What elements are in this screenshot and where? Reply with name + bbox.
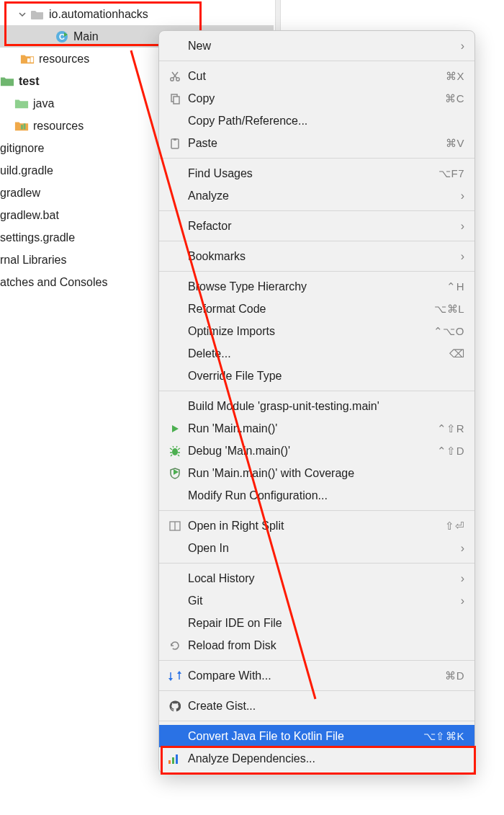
menu-cut[interactable]: Cut ⌘X: [159, 65, 474, 87]
submenu-arrow-icon: ›: [461, 190, 464, 202]
menu-delete[interactable]: Delete... ⌫: [159, 342, 474, 365]
menu-copypath[interactable]: Copy Path/Reference...: [159, 110, 474, 132]
menu-separator: [159, 690, 474, 691]
tree-label: io.automationhacks: [49, 8, 274, 21]
copy-icon: [166, 93, 184, 104]
svg-text:C: C: [59, 32, 65, 41]
chevron-down-icon[interactable]: [17, 9, 27, 19]
paste-icon: [166, 138, 184, 149]
context-menu: New › Cut ⌘X Copy ⌘C Copy Path/Reference…: [158, 30, 475, 774]
coverage-icon: [166, 468, 184, 479]
menu-run[interactable]: Run 'Main.main()' ⌃⇧R: [159, 417, 474, 440]
menu-optimize[interactable]: Optimize Imports ⌃⌥O: [159, 320, 474, 342]
menu-findusages[interactable]: Find Usages ⌥F7: [159, 162, 474, 184]
menu-gist[interactable]: Create Gist...: [159, 695, 474, 717]
menu-refactor[interactable]: Refactor ›: [159, 215, 474, 237]
menu-separator: [159, 158, 474, 159]
resources-folder-icon: [20, 52, 35, 66]
github-icon: [166, 700, 184, 712]
menu-reload[interactable]: Reload from Disk: [159, 634, 474, 656]
svg-rect-2: [27, 58, 30, 62]
menu-reformat[interactable]: Reformat Code ⌥⌘L: [159, 298, 474, 320]
svg-rect-4: [21, 125, 23, 129]
menu-separator: [159, 61, 474, 61]
folder-icon: [30, 7, 45, 22]
submenu-arrow-icon: ›: [461, 542, 464, 555]
menu-git[interactable]: Git ›: [159, 589, 474, 612]
svg-rect-3: [31, 57, 34, 62]
svg-rect-5: [24, 123, 26, 129]
menu-override[interactable]: Override File Type: [159, 365, 474, 387]
menu-localhist[interactable]: Local History ›: [159, 567, 474, 589]
menu-separator: [159, 721, 474, 721]
svg-rect-19: [176, 754, 178, 764]
compare-icon: [166, 671, 184, 681]
menu-copy[interactable]: Copy ⌘C: [159, 87, 474, 110]
submenu-arrow-icon: ›: [461, 250, 464, 263]
tree-pkg[interactable]: io.automationhacks: [0, 3, 274, 25]
menu-separator: [159, 391, 474, 391]
menu-modifyrun[interactable]: Modify Run Configuration...: [159, 484, 474, 507]
menu-coverage[interactable]: Run 'Main.main()' with Coverage: [159, 462, 474, 484]
test-src-folder-icon: [14, 97, 29, 111]
menu-separator: [159, 563, 474, 564]
menu-analyzedeps[interactable]: Analyze Dependencies...: [159, 747, 474, 770]
menu-browseth[interactable]: Browse Type Hierarchy ⌃H: [159, 275, 474, 298]
split-icon: [166, 521, 184, 531]
submenu-arrow-icon: ›: [461, 594, 464, 607]
reload-icon: [166, 640, 184, 651]
menu-new[interactable]: New ›: [159, 35, 474, 57]
svg-rect-9: [174, 97, 179, 104]
menu-separator: [159, 510, 474, 511]
svg-rect-17: [168, 760, 171, 764]
submenu-arrow-icon: ›: [461, 40, 464, 53]
menu-opensplit[interactable]: Open in Right Split ⇧⏎: [159, 515, 474, 537]
menu-build[interactable]: Build Module 'grasp-unit-testing.main': [159, 395, 474, 417]
submenu-arrow-icon: ›: [461, 572, 464, 585]
test-resources-folder-icon: [14, 119, 29, 133]
submenu-arrow-icon: ›: [461, 220, 464, 233]
menu-debug[interactable]: Debug 'Main.main()' ⌃⇧D: [159, 440, 474, 462]
test-folder-icon: [0, 74, 14, 89]
menu-compare[interactable]: Compare With... ⌘D: [159, 664, 474, 687]
menu-separator: [159, 210, 474, 211]
class-icon: C: [55, 30, 69, 44]
cut-icon: [166, 71, 184, 82]
svg-rect-18: [172, 757, 174, 764]
menu-separator: [159, 241, 474, 241]
menu-bookmarks[interactable]: Bookmarks ›: [159, 245, 474, 267]
debug-icon: [166, 445, 184, 457]
menu-separator: [159, 271, 474, 272]
menu-separator: [159, 660, 474, 661]
dependencies-icon: [166, 754, 184, 764]
run-icon: [166, 424, 184, 434]
menu-openin[interactable]: Open In ›: [159, 537, 474, 559]
svg-point-12: [172, 448, 178, 455]
menu-convert-kotlin[interactable]: Convert Java File to Kotlin File ⌥⇧⌘K: [159, 725, 474, 747]
menu-analyze[interactable]: Analyze ›: [159, 184, 474, 207]
menu-repair[interactable]: Repair IDE on File: [159, 612, 474, 634]
svg-rect-11: [174, 138, 176, 141]
menu-paste[interactable]: Paste ⌘V: [159, 132, 474, 154]
delete-key-icon: ⌫: [449, 347, 465, 360]
